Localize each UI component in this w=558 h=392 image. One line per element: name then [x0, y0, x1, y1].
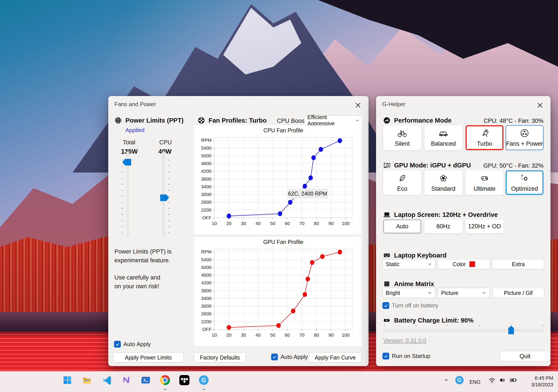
- gpu-mode-heading: GPU Mode: iGPU + dGPU: [383, 161, 471, 169]
- svg-text:3400: 3400: [201, 296, 211, 301]
- battery-tray-button[interactable]: [507, 374, 519, 386]
- battery-slider-thumb[interactable]: [508, 326, 514, 334]
- window-title: Fans and Power: [114, 101, 156, 108]
- total-slider-thumb[interactable]: [122, 159, 131, 166]
- mode-turbo-button-selected[interactable]: Turbo: [466, 125, 503, 150]
- g-helper-tray-button[interactable]: G: [453, 374, 466, 386]
- cpu-boost-select[interactable]: Efficient Aggressive: [304, 115, 363, 125]
- svg-text:50: 50: [270, 221, 275, 226]
- gpu-card-icon: [383, 161, 391, 169]
- gpu-fan-curve-chart[interactable]: 102030405060708090100OFF2200260030003400…: [194, 237, 362, 346]
- checkbox-checked-icon: [383, 302, 389, 309]
- gauge-icon: [383, 116, 391, 125]
- anime-picture-gif-button[interactable]: Picture / Gif: [492, 288, 544, 298]
- anime-matrix-heading: Anime Matrix: [383, 280, 434, 288]
- gpu-eco-button[interactable]: Eco: [383, 170, 421, 195]
- quit-button[interactable]: Quit: [500, 351, 550, 361]
- close-icon[interactable]: [536, 102, 543, 109]
- keyboard-color-button[interactable]: Color: [438, 259, 490, 269]
- chrome-button[interactable]: [159, 374, 171, 386]
- laptop-screen-heading: Laptop Screen: 120Hz + Overdrive: [383, 210, 498, 219]
- battery-slider-track[interactable]: [384, 329, 543, 332]
- svg-text:30: 30: [241, 333, 246, 337]
- screen-auto-button-selected[interactable]: Auto: [383, 219, 421, 233]
- taskbar-clock[interactable]: 6:45 PM 3/18/2023: [531, 375, 553, 388]
- tray-date: 3/18/2023: [531, 382, 553, 388]
- mode-balanced-button[interactable]: Balanced: [424, 125, 462, 150]
- total-slider-ticks: [122, 154, 123, 235]
- battery-slider-tick: [447, 325, 448, 326]
- language-indicator[interactable]: ENG: [470, 379, 480, 385]
- svg-text:2600: 2600: [201, 200, 211, 205]
- fan-curve-tooltip: 62C, 2400 RPM: [287, 189, 328, 198]
- chevron-up-icon: [443, 377, 450, 384]
- wifi-icon: [488, 376, 496, 384]
- keyboard-extra-button[interactable]: Extra: [492, 259, 544, 269]
- applied-status: Applied: [125, 127, 145, 133]
- keyboard-mode-select[interactable]: Static: [383, 259, 436, 269]
- start-button[interactable]: [61, 374, 73, 386]
- cpu-chip-icon: [114, 116, 122, 125]
- screen-120hz-od-button[interactable]: 120Hz + OD: [466, 219, 503, 233]
- apply-power-limits-button[interactable]: Apply Power Limits: [113, 353, 183, 362]
- cpu-boost-label: CPU Boost: [277, 117, 306, 124]
- flower-icon: [438, 173, 448, 183]
- svg-text:4600: 4600: [201, 273, 211, 277]
- mode-fans-power-button[interactable]: Fans + Power: [506, 125, 543, 150]
- chevron-down-icon: [482, 291, 487, 295]
- power-limits-heading: Power Limits (PPT): [114, 116, 183, 125]
- battery-charge-limit-heading: Battery Charge Limit: 90%: [383, 316, 473, 325]
- svg-text:20: 20: [227, 221, 231, 226]
- svg-text:5400: 5400: [201, 145, 211, 150]
- factory-defaults-button[interactable]: Factory Defaults: [194, 353, 246, 362]
- laptop-icon: [383, 210, 391, 219]
- anime-brightness-select[interactable]: Bright: [383, 288, 436, 298]
- screen-60hz-button[interactable]: 60Hz: [424, 219, 462, 233]
- apply-fan-curve-button[interactable]: Apply Fan Curve: [309, 353, 362, 362]
- svg-text:CPU Fan Profile: CPU Fan Profile: [263, 127, 303, 133]
- g-helper-taskbar-button[interactable]: G: [198, 374, 210, 386]
- svg-text:80: 80: [314, 221, 319, 226]
- svg-text:3000: 3000: [201, 303, 211, 309]
- auto-apply-fan-checkbox[interactable]: Auto Apply: [271, 354, 308, 360]
- tray-time: 6:45 PM: [531, 375, 553, 382]
- cpu-slider-thumb[interactable]: [160, 194, 169, 201]
- battery-charging-icon: [509, 376, 517, 384]
- laptop-keyboard-heading: Laptop Keyboard: [383, 251, 446, 259]
- g-helper-window: G-Helper Performance Mode CPU: 48°C - Fa…: [376, 96, 550, 366]
- svg-text:100: 100: [342, 333, 350, 337]
- svg-text:100: 100: [342, 221, 350, 226]
- gpu-ultimate-button[interactable]: Ultimate: [466, 170, 503, 195]
- svg-text:50: 50: [270, 333, 275, 337]
- cpu-slider-track[interactable]: [162, 152, 165, 237]
- turn-off-on-battery-checkbox[interactable]: Turn off on battery: [383, 302, 438, 309]
- rocket-icon: [480, 128, 489, 138]
- svg-text:2200: 2200: [201, 208, 211, 212]
- vscode-icon: [102, 375, 112, 385]
- powershell-button[interactable]: [140, 374, 152, 386]
- close-icon[interactable]: [355, 102, 362, 109]
- svg-text:60: 60: [285, 333, 290, 337]
- auto-apply-power-checkbox[interactable]: Auto Apply: [114, 341, 151, 348]
- visual-studio-icon: [121, 375, 131, 385]
- powershell-icon: [141, 375, 151, 385]
- gpu-optimized-button-selected[interactable]: Optimized: [506, 170, 543, 195]
- mode-silent-button[interactable]: Silent: [383, 125, 421, 150]
- cpu-fan-curve-chart[interactable]: 102030405060708090100OFF2200260030003400…: [194, 125, 362, 234]
- battery-icon: [383, 316, 391, 325]
- visual-studio-button[interactable]: [120, 374, 132, 386]
- svg-text:3800: 3800: [201, 288, 211, 293]
- version-link[interactable]: Version: 0.31.0.0: [383, 337, 426, 344]
- tidal-button[interactable]: [178, 374, 191, 386]
- chevron-down-icon: [427, 262, 432, 267]
- car-icon: [438, 128, 448, 138]
- tray-overflow-button[interactable]: [440, 374, 452, 386]
- fan-profiles-title: Fan Profiles: Turbo: [209, 117, 267, 124]
- g-helper-icon: G: [199, 375, 209, 385]
- gpu-standard-button[interactable]: Standard: [424, 170, 462, 195]
- fan-icon: [520, 128, 530, 138]
- anime-mode-select[interactable]: Picture: [438, 288, 490, 298]
- file-explorer-button[interactable]: [81, 374, 93, 386]
- vscode-button[interactable]: [101, 374, 113, 386]
- run-on-startup-checkbox[interactable]: Run on Startup: [383, 353, 430, 359]
